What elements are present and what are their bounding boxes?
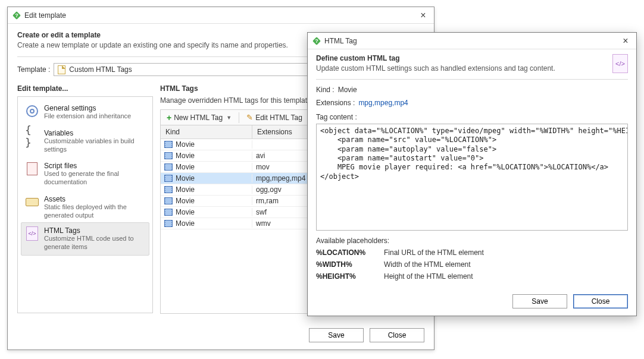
tag-close-icon[interactable]: ×: [620, 36, 632, 46]
sidebar-item-desc: Static files deployed with the generated…: [44, 203, 145, 220]
edit-window-title: Edit template: [24, 11, 66, 20]
movie-icon: [164, 186, 173, 193]
pencil-icon: ✎: [246, 113, 253, 122]
tag-window-title: HTML Tag: [324, 37, 357, 45]
sidebar-item-general[interactable]: General settingsFile extension and inher…: [21, 100, 149, 124]
sidebar-item-htmltags[interactable]: </>HTML TagsCustomize HTML code used to …: [21, 222, 149, 256]
movie-icon: [164, 152, 173, 159]
placeholder-desc: Height of the HTML element: [384, 272, 473, 281]
edit-close-button[interactable]: Close: [370, 328, 424, 342]
kind-value: Movie: [338, 86, 357, 94]
movie-icon: [164, 220, 173, 227]
variables-icon: { }: [25, 129, 39, 143]
tag-header-title: Define custom HTML tag: [316, 54, 399, 62]
scripts-icon: [25, 162, 39, 176]
sidebar-item-title: Variables: [44, 129, 145, 137]
tag-header-sub: Update custom HTML settings such as hand…: [316, 64, 555, 73]
cell-kind: Movie: [176, 185, 195, 194]
chevron-down-icon: ▼: [226, 115, 232, 121]
movie-icon: [164, 197, 173, 204]
html-tag-window: HTML Tag × Define custom HTML tag Update…: [307, 32, 637, 316]
col-kind[interactable]: Kind: [161, 125, 252, 138]
sidebar-item-desc: Customize HTML code used to generate ite…: [44, 235, 145, 251]
sidebar: General settingsFile extension and inher…: [17, 96, 153, 313]
cell-kind: Movie: [176, 197, 195, 205]
tag-header: Define custom HTML tag Update custom HTM…: [316, 54, 628, 73]
placeholder-row: %LOCATION%Final URL of the HTML element: [316, 248, 628, 257]
placeholder-desc: Final URL of the HTML element: [384, 248, 484, 257]
extensions-value[interactable]: mpg,mpeg,mp4: [358, 99, 408, 107]
movie-icon: [164, 163, 173, 171]
edit-html-tag-button[interactable]: ✎ Edit HTML Tag: [243, 112, 306, 123]
placeholder-token: %LOCATION%: [316, 248, 376, 257]
sidebar-item-variables[interactable]: { }VariablesCustomizable variables in bu…: [21, 125, 149, 158]
help-diamond-icon: [12, 11, 21, 20]
cell-kind: Movie: [176, 219, 195, 228]
edit-header-title: Create or edit a template: [17, 31, 101, 39]
edit-save-button[interactable]: Save: [309, 328, 364, 342]
document-icon: [58, 65, 65, 74]
edit-html-tag-label: Edit HTML Tag: [255, 114, 302, 122]
sidebar-item-title: Assets: [44, 195, 145, 203]
movie-icon: [164, 209, 173, 216]
new-html-tag-label: New HTML Tag: [174, 114, 223, 122]
template-label: Template :: [17, 65, 50, 74]
cell-kind: Movie: [176, 140, 195, 149]
template-value: Custom HTML Tags: [69, 65, 132, 74]
extensions-label: Extensions :: [316, 99, 355, 107]
tag-titlebar: HTML Tag ×: [308, 33, 636, 49]
tag-close-button[interactable]: Close: [573, 294, 628, 308]
cell-kind: Movie: [176, 174, 195, 182]
edit-footer: Save Close: [309, 328, 424, 342]
toolbar-separator: [239, 112, 239, 123]
tag-save-button[interactable]: Save: [512, 294, 567, 308]
sidebar-item-desc: File extension and inheritance: [44, 112, 131, 121]
cell-kind: Movie: [176, 152, 195, 160]
code-file-icon: </>: [612, 54, 628, 73]
cell-kind: Movie: [176, 208, 195, 216]
left-panel-title: Edit template...: [17, 84, 153, 93]
general-icon: [25, 104, 39, 118]
sidebar-item-scripts[interactable]: Script filesUsed to generate the final d…: [21, 158, 149, 190]
placeholder-token: %WIDTH%: [316, 260, 376, 269]
help-diamond-icon: [312, 37, 321, 45]
movie-icon: [164, 141, 173, 148]
tag-footer: Save Close: [308, 287, 636, 316]
sidebar-item-desc: Used to generate the final documentation: [44, 170, 145, 187]
placeholder-row: %HEIGHT%Height of the HTML element: [316, 272, 628, 281]
cell-kind: Movie: [176, 163, 195, 171]
tag-content-label: Tag content :: [316, 113, 357, 121]
new-html-tag-button[interactable]: + New HTML Tag ▼: [163, 112, 235, 124]
placeholder-token: %HEIGHT%: [316, 272, 376, 281]
sidebar-item-title: Script files: [44, 162, 145, 170]
edit-titlebar: Edit template ×: [8, 7, 434, 24]
placeholder-desc: Width of the HTML element: [384, 260, 471, 269]
sidebar-item-assets[interactable]: AssetsStatic files deployed with the gen…: [21, 191, 149, 223]
tag-content-textarea[interactable]: <object data="%LOCATION%" type="video/mp…: [316, 124, 628, 231]
edit-close-icon[interactable]: ×: [417, 10, 429, 21]
placeholders-title: Available placeholders:: [316, 237, 628, 245]
htmltags-icon: </>: [25, 226, 39, 241]
movie-icon: [164, 175, 173, 182]
plus-icon: +: [167, 113, 171, 122]
sidebar-item-title: HTML Tags: [44, 226, 145, 235]
sidebar-item-desc: Customizable variables in build settings: [44, 137, 145, 154]
assets-icon: [25, 195, 39, 209]
placeholder-row: %WIDTH%Width of the HTML element: [316, 260, 628, 269]
kind-label: Kind :: [316, 86, 334, 94]
sidebar-item-title: General settings: [44, 104, 131, 112]
divider: [316, 79, 628, 80]
